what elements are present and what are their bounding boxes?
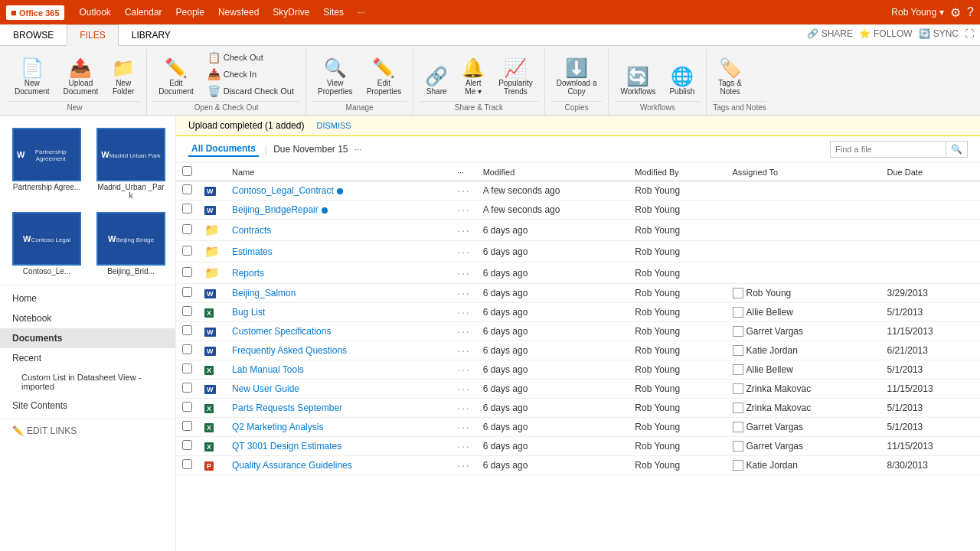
thumb-madrid[interactable]: W Madrid Urban Park Madrid_Urban _Park [90,125,172,203]
row-checkbox[interactable] [182,364,192,373]
file-name-link[interactable]: Bug List [232,307,265,318]
file-name-link[interactable]: Frequently Asked Questions [232,345,347,356]
download-copy-button[interactable]: ⬇️ Download aCopy [551,55,603,99]
filter-all-docs[interactable]: All Documents [188,142,259,157]
assigned-checkbox[interactable] [733,460,743,471]
assigned-checkbox[interactable] [733,288,743,298]
edit-links[interactable]: ✏️ EDIT LINKS [0,422,175,439]
fullscreen-action[interactable]: ⛶ [965,28,974,39]
row-checkbox[interactable] [182,184,192,194]
nav-people[interactable]: People [170,4,211,21]
search-input[interactable] [831,142,946,156]
sync-action[interactable]: 🔄 SYNC [919,28,959,39]
follow-action[interactable]: ⭐ FOLLOW [859,28,913,39]
file-context-menu[interactable]: ··· [457,344,471,357]
user-menu[interactable]: Rob Young ▾ [891,7,944,18]
check-out-button[interactable]: 📋 Check Out [202,49,299,66]
th-modified-by[interactable]: Modified By [629,163,726,181]
settings-icon[interactable]: ⚙ [950,5,961,20]
th-assigned-to[interactable]: Assigned To [727,163,881,181]
file-name-link[interactable]: Q2 Marketing Analysis [232,422,323,432]
assigned-checkbox[interactable] [733,364,743,375]
nav-site-contents[interactable]: Site Contents [0,396,175,416]
row-checkbox[interactable] [182,440,192,450]
assigned-checkbox[interactable] [733,403,743,413]
help-icon[interactable]: ? [967,5,974,19]
discard-checkout-button[interactable]: 🗑️ Discard Check Out [202,83,299,99]
share-action[interactable]: 🔗 SHARE [807,28,853,39]
file-context-menu[interactable]: ··· [457,402,471,414]
popularity-trends-button[interactable]: 📈 PopularityTrends [493,55,537,99]
file-name-link[interactable]: Customer Specifications [232,326,331,337]
row-checkbox[interactable] [182,287,192,297]
nav-custom-list[interactable]: Custom List in Datasheet View - imported [0,368,175,396]
assigned-checkbox[interactable] [733,422,743,432]
tab-files[interactable]: FILES [67,24,118,46]
new-folder-button[interactable]: 📁 NewFolder [106,55,140,99]
row-checkbox[interactable] [182,204,192,214]
edit-document-button[interactable]: ✏️ EditDocument [153,55,199,99]
file-context-menu[interactable]: ··· [457,267,471,279]
row-checkbox[interactable] [182,306,192,316]
row-checkbox[interactable] [182,267,192,277]
row-checkbox[interactable] [182,459,192,469]
nav-newsfeed[interactable]: Newsfeed [212,4,265,21]
th-name[interactable]: Name [226,163,451,181]
tab-browse[interactable]: BROWSE [0,24,67,46]
search-button[interactable]: 🔍 [946,142,967,157]
file-name-link[interactable]: New User Guide [232,383,299,394]
row-checkbox[interactable] [182,325,192,335]
thumb-contoso[interactable]: W Contoso Legal Contoso_Le... [6,209,87,279]
row-checkbox[interactable] [182,344,192,354]
file-context-menu[interactable]: ··· [457,383,471,395]
workflows-button[interactable]: 🔄 Workflows [615,64,661,99]
filter-more[interactable]: ··· [354,144,362,155]
select-all-checkbox[interactable] [182,166,192,176]
nav-calendar[interactable]: Calendar [119,4,168,21]
row-checkbox[interactable] [182,421,192,431]
file-name-link[interactable]: Beijing_Salmon [232,288,296,298]
row-checkbox[interactable] [182,383,192,393]
thumb-partnership[interactable]: W Partnership Agreement Partnership Agre… [6,125,87,203]
check-in-button[interactable]: 📥 Check In [202,66,299,83]
file-context-menu[interactable]: ··· [457,325,471,337]
file-name-link[interactable]: Contracts [232,225,271,236]
assigned-checkbox[interactable] [733,307,743,318]
tab-library[interactable]: LIBRARY [119,24,184,46]
file-context-menu[interactable]: ··· [457,224,471,236]
file-name-link[interactable]: Parts Requests September [232,403,342,413]
file-context-menu[interactable]: ··· [457,440,471,452]
nav-skydrive[interactable]: SkyDrive [266,4,315,21]
nav-recent[interactable]: Recent [0,348,175,368]
th-due-date[interactable]: Due Date [881,163,980,181]
file-context-menu[interactable]: ··· [457,459,471,471]
thumb-beijing[interactable]: W Beijing Bridge Beijing_Brid... [90,209,172,279]
dismiss-button[interactable]: DISMISS [316,121,351,130]
nav-sites[interactable]: Sites [317,4,350,21]
file-context-menu[interactable]: ··· [457,364,471,376]
file-name-link[interactable]: Quality Assurance Guidelines [232,460,352,471]
file-name-link[interactable]: Estimates [232,246,273,257]
row-checkbox[interactable] [182,224,192,234]
row-checkbox[interactable] [182,246,192,256]
view-properties-button[interactable]: 🔍 ViewProperties [312,55,358,99]
file-context-menu[interactable]: ··· [457,184,471,197]
file-context-menu[interactable]: ··· [457,204,471,216]
file-name-link[interactable]: Reports [232,268,264,279]
nav-home[interactable]: Home [0,289,175,308]
publish-button[interactable]: 🌐 Publish [664,64,700,99]
row-checkbox[interactable] [182,402,192,412]
nav-outlook[interactable]: Outlook [74,4,117,21]
assigned-checkbox[interactable] [733,345,743,356]
assigned-checkbox[interactable] [733,326,743,337]
alert-me-button[interactable]: 🔔 AlertMe ▾ [456,55,490,99]
file-context-menu[interactable]: ··· [457,306,471,318]
tags-notes-button[interactable]: 🏷️ Tags &Notes [713,55,747,99]
file-name-link[interactable]: QT 3001 Design Estimates [232,441,341,452]
assigned-checkbox[interactable] [733,383,743,394]
office-logo[interactable]: ■ Office 365 [6,5,64,20]
file-name-link[interactable]: Lab Manual Tools [232,364,304,375]
file-context-menu[interactable]: ··· [457,246,471,258]
upload-document-button[interactable]: 📤 UploadDocument [58,55,104,99]
new-document-button[interactable]: 📄 NewDocument [9,55,55,99]
